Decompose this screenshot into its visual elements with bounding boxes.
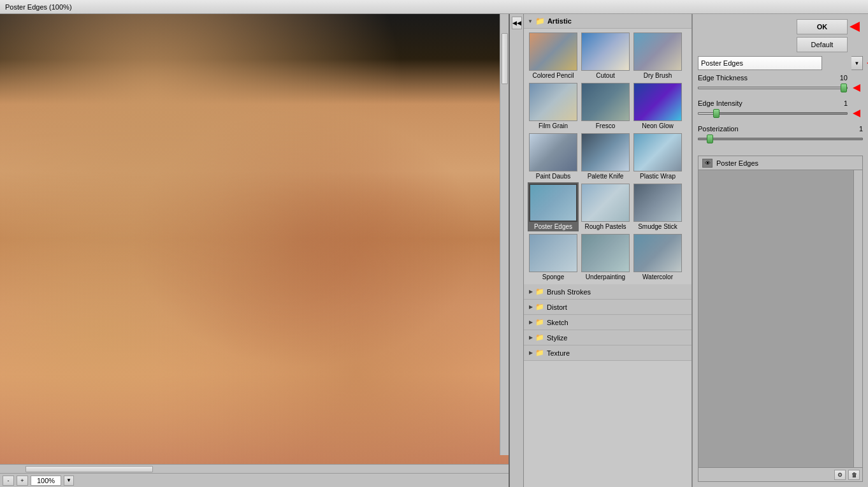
stylize-category[interactable]: ▶ 📁 Stylize [524,330,691,345]
filter-scroll-area[interactable]: ▼ 📁 Artistic Colored Pencil Cutout Dry B… [524,14,691,487]
edge-thickness-param: Edge Thickness 10 [698,74,863,93]
canvas-footer: - + 100% ▼ [0,473,509,487]
filter-item-neon-glow[interactable]: Neon Glow [632,82,683,131]
artistic-section-header[interactable]: ▼ 📁 Artistic [524,14,691,29]
filter-item-underpainting[interactable]: Underpainting [580,233,631,282]
filter-select-dropdown[interactable]: Poster Edges Dry Brush Colored Pencil [698,56,822,70]
preview-header: 👁 Poster Edges [698,156,862,170]
preview-eye-button[interactable]: 👁 [702,159,712,168]
collapse-filter-panel-button[interactable]: ◀◀ [512,17,522,29]
preview-area: 👁 Poster Edges ⚙ 🗑 [698,156,863,482]
zoom-out-button[interactable]: - [3,476,14,486]
posterization-label: Posterization [698,125,739,133]
zoom-display: 100% [31,476,61,486]
filter-label-underpainting: Underpainting [586,273,625,280]
edge-intensity-slider-container [698,108,848,119]
zoom-in-button[interactable]: + [17,476,28,486]
filter-label-fresco: Fresco [596,122,616,129]
filter-thumb-neon-glow [633,83,682,121]
vertical-scroll-thumb[interactable] [502,33,508,84]
edge-thickness-thumb[interactable] [841,84,847,92]
filter-label-film-grain: Film Grain [539,122,568,129]
zoom-dropdown-button[interactable]: ▼ [64,476,74,486]
filter-thumb-plastic-wrap [633,133,682,171]
brush-strokes-folder-icon: 📁 [535,287,544,296]
filter-item-fresco[interactable]: Fresco [580,82,631,131]
sketch-folder-icon: 📁 [535,318,544,326]
posterization-thumb[interactable] [707,134,713,143]
distort-folder-icon: 📁 [535,303,544,311]
stylize-folder-icon: 📁 [535,333,544,342]
filter-label-poster-edges: Poster Edges [534,223,572,230]
filter-label-watercolor: Watercolor [642,273,673,280]
filter-item-palette-knife[interactable]: Palette Knife [580,132,631,181]
filter-thumb-film-grain [529,83,577,121]
main-layout: - + 100% ▼ ◀◀ ▼ 📁 Artistic Colored Penci… [0,14,868,487]
filter-item-plastic-wrap[interactable]: Plastic Wrap [632,132,683,181]
artistic-arrow-icon: ▼ [528,18,533,24]
filter-select-arrow-icon[interactable]: ▼ [851,56,863,70]
edge-intensity-fill [698,113,713,114]
filter-item-poster-edges[interactable]: Poster Edges [528,182,579,231]
filter-label-sponge: Sponge [542,273,564,280]
filter-thumb-sponge [529,234,577,272]
ok-button[interactable]: OK [797,19,848,34]
artistic-folder-icon: 📁 [535,17,545,25]
filter-label-colored-pencil: Colored Pencil [532,72,574,79]
preview-scrollbar[interactable] [853,170,862,467]
filter-item-cutout[interactable]: Cutout [580,31,631,80]
edge-thickness-track [698,87,848,89]
filter-item-paint-daubs[interactable]: Paint Daubs [528,132,579,181]
filter-label-neon-glow: Neon Glow [642,122,673,129]
edge-intensity-label: Edge Intensity [698,99,742,107]
filter-label-cutout: Cutout [596,72,614,79]
sketch-label: Sketch [547,319,568,326]
edge-intensity-thumb[interactable] [713,109,720,118]
posterization-value: 1 [844,125,863,133]
texture-folder-icon: 📁 [535,349,544,357]
preview-settings-button[interactable]: ⚙ [834,470,846,480]
window-title: Poster Edges (100%) [5,3,72,11]
edge-thickness-value: 10 [828,74,848,82]
texture-category[interactable]: ▶ 📁 Texture [524,345,691,361]
collapse-panel: ◀◀ [510,14,524,487]
filter-thumb-paint-daubs [529,133,577,171]
filter-label-plastic-wrap: Plastic Wrap [640,173,676,180]
title-bar: Poster Edges (100%) [0,0,868,14]
preview-row [698,170,862,467]
canvas-scrollbar-horizontal[interactable] [0,464,509,473]
distort-arrow-icon: ▶ [529,304,533,310]
canvas-area: - + 100% ▼ [0,14,510,487]
brush-strokes-category[interactable]: ▶ 📁 Brush Strokes [524,284,691,300]
posterization-param: Posterization 1 [698,125,863,144]
distort-label: Distort [547,303,567,311]
filter-label-rough-pastels: Rough Pastels [584,223,626,230]
filter-thumb-poster-edges [529,184,577,222]
distort-category[interactable]: ▶ 📁 Distort [524,300,691,315]
sketch-category[interactable]: ▶ 📁 Sketch [524,315,691,330]
filter-item-smudge-stick[interactable]: Smudge Stick [632,182,683,231]
horizontal-scroll-thumb[interactable] [25,466,153,472]
edge-thickness-slider-container [698,83,848,93]
filter-label-smudge-stick: Smudge Stick [638,223,677,230]
edge-intensity-header: Edge Intensity 1 [698,99,848,107]
filter-item-rough-pastels[interactable]: Rough Pastels [580,182,631,231]
canvas-scrollbar-vertical[interactable] [500,14,509,455]
canvas-viewport [0,14,509,464]
posterization-track [698,138,863,140]
filter-thumb-fresco [581,83,630,121]
edge-intensity-param: Edge Intensity 1 [698,99,863,119]
preview-filter-label: Poster Edges [716,159,758,167]
canvas-image [0,14,509,464]
filter-item-sponge[interactable]: Sponge [528,233,579,282]
preview-delete-button[interactable]: 🗑 [848,470,860,480]
filter-panel: ▼ 📁 Artistic Colored Pencil Cutout Dry B… [524,14,693,487]
filter-item-dry-brush[interactable]: Dry Brush [632,31,683,80]
brush-strokes-label: Brush Strokes [547,288,591,296]
posterization-slider-container [698,134,863,144]
filter-item-film-grain[interactable]: Film Grain [528,82,579,131]
filter-item-watercolor[interactable]: Watercolor [632,233,683,282]
filter-thumb-rough-pastels [581,184,630,222]
default-button[interactable]: Default [797,37,848,52]
filter-item-colored-pencil[interactable]: Colored Pencil [528,31,579,80]
